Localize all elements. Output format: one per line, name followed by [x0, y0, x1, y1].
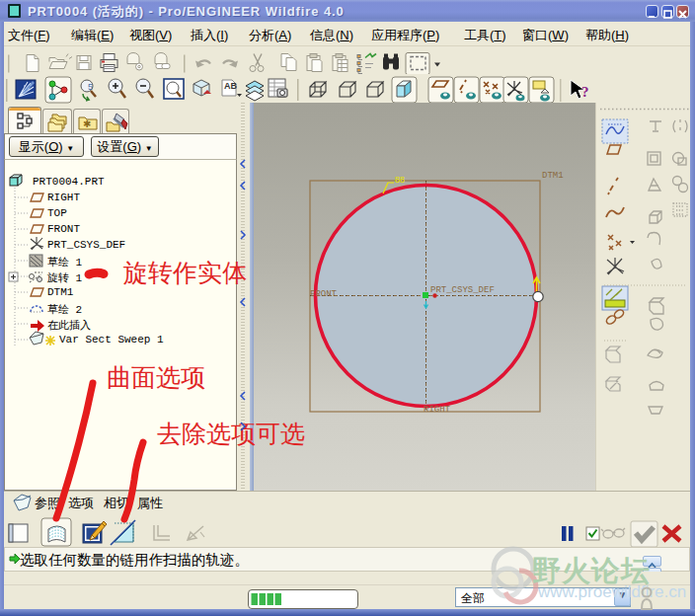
svg-text:PRT_CSYS_DEF: PRT_CSYS_DEF: [430, 285, 495, 295]
svg-text:88: 88: [395, 175, 405, 185]
svg-text:DTM1: DTM1: [542, 171, 564, 181]
svg-text:AB: AB: [224, 81, 237, 91]
svg-text:FRONT: FRONT: [310, 289, 338, 299]
svg-text:✱: ✱: [83, 118, 91, 129]
svg-text:5: 5: [88, 82, 93, 92]
svg-text:?: ?: [581, 84, 589, 100]
svg-text:RIGHT: RIGHT: [424, 405, 451, 415]
